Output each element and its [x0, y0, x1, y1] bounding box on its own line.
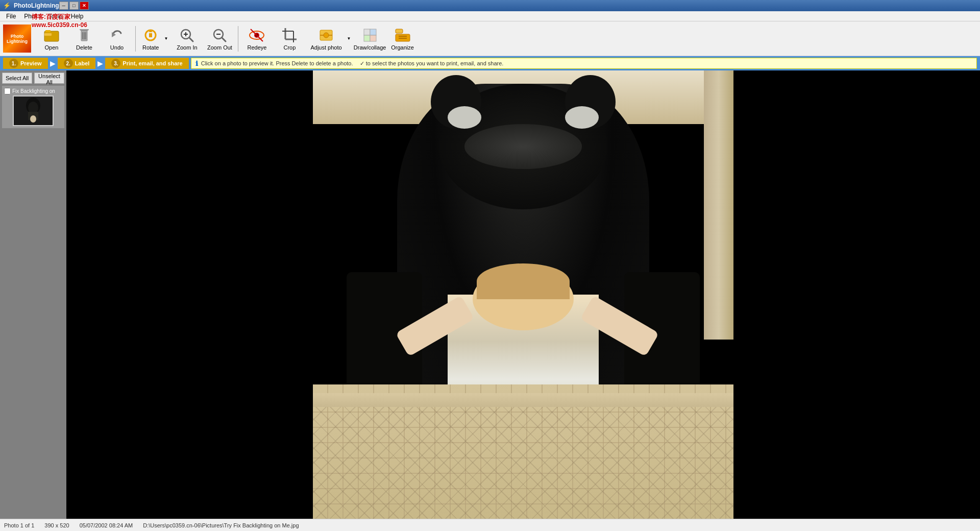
adjust-label: Adjust photo: [310, 44, 341, 51]
organize-icon: [395, 27, 411, 43]
menu-help[interactable]: Help: [67, 12, 88, 21]
steps-bar: 1. Preview ▶ 2. Label ▶ 3. Print, email,…: [0, 56, 980, 70]
svg-rect-36: [396, 29, 403, 33]
zoom-out-button[interactable]: Zoom Out: [204, 24, 235, 54]
floor-diamond: [313, 407, 733, 519]
organize-button[interactable]: Organize: [387, 24, 418, 54]
svg-rect-34: [370, 35, 376, 41]
svg-line-17: [222, 38, 226, 41]
zoom-out-label: Zoom Out: [207, 44, 232, 51]
zoom-out-icon: [211, 27, 228, 43]
adjust-icon: [318, 27, 334, 43]
step2-label: Label: [75, 60, 90, 66]
thumbnail-label-row: Fix Backlighting on: [4, 88, 62, 94]
sep2: [238, 26, 238, 52]
svg-line-13: [189, 38, 193, 41]
svg-rect-33: [364, 35, 370, 41]
delete-button[interactable]: Delete: [69, 24, 100, 54]
bear-eye-left: [448, 106, 481, 129]
menu-tools[interactable]: Tools: [44, 12, 67, 21]
black-right: [733, 70, 980, 519]
left-panel: Select All Unselect All Fix Backlighting…: [0, 70, 66, 519]
crop-label: Crop: [284, 44, 296, 51]
delete-icon: [76, 27, 92, 43]
svg-rect-35: [396, 34, 410, 41]
step3-button[interactable]: 3. Print, email, and share: [105, 58, 188, 69]
open-label: Open: [45, 44, 59, 51]
child-hair: [477, 263, 569, 299]
app-logo: PhotoLightning: [3, 25, 31, 53]
title-bar-controls: ─ □ ✕: [59, 2, 89, 10]
adjust-dropdown[interactable]: ▼: [346, 24, 353, 54]
photo-count: Photo 1 of 1: [4, 522, 34, 528]
zoom-in-icon: [179, 27, 195, 43]
toolbar: PhotoLightning Open Delete: [0, 21, 980, 56]
thumbnail-image[interactable]: [13, 95, 54, 126]
svg-rect-31: [364, 29, 370, 35]
zoom-in-button[interactable]: Zoom In: [172, 24, 202, 54]
thumbnail-item: Fix Backlighting on: [2, 86, 64, 128]
draw-label: Draw/collage: [354, 44, 386, 51]
crop-button[interactable]: Crop: [274, 24, 305, 54]
menu-file[interactable]: File: [2, 12, 20, 21]
rotate-split: Rotate ▼: [139, 24, 169, 54]
step3-number: 3.: [111, 59, 120, 68]
black-left: [66, 70, 313, 519]
thumbnail-label: Fix Backlighting on: [12, 88, 55, 94]
open-icon: [43, 27, 60, 43]
info-icon: ℹ: [195, 60, 198, 67]
step1-button[interactable]: 1. Preview: [3, 58, 48, 69]
undo-button[interactable]: Undo: [102, 24, 132, 54]
menu-photo[interactable]: Photo: [20, 12, 44, 21]
step1-label: Preview: [20, 60, 42, 66]
dimensions: 390 x 520: [44, 522, 69, 528]
rotate-dropdown[interactable]: ▼: [162, 24, 169, 54]
svg-rect-2: [45, 30, 51, 32]
close-button[interactable]: ✕: [80, 2, 89, 10]
svg-rect-8: [80, 29, 89, 30]
delete-label: Delete: [76, 44, 92, 51]
unselect-all-button[interactable]: Unselect All: [34, 73, 64, 84]
undo-icon: [109, 27, 125, 43]
step-arrow1: ▶: [50, 59, 56, 67]
baseboard: [313, 393, 733, 406]
zoom-in-label: Zoom In: [177, 44, 197, 51]
content: Select All Unselect All Fix Backlighting…: [0, 70, 980, 519]
rotate-button[interactable]: Rotate: [139, 24, 162, 54]
svg-rect-11: [149, 33, 152, 37]
svg-rect-1: [44, 33, 52, 36]
thumbnail-preview: [14, 96, 53, 125]
menu-bar: File Photo Tools Help: [0, 11, 980, 21]
info-text: Click on a photo to preview it. Press De…: [201, 60, 504, 67]
title-bar-title: PhotoLightning: [14, 2, 59, 9]
title-bar-icon: ⚡: [3, 2, 11, 9]
redeye-button[interactable]: Redeye: [241, 24, 272, 54]
adjust-button[interactable]: Adjust photo: [307, 24, 345, 54]
select-all-button[interactable]: Select All: [2, 73, 32, 84]
step-arrow2: ▶: [97, 59, 103, 67]
organize-label: Organize: [391, 44, 414, 51]
select-buttons: Select All Unselect All: [2, 73, 64, 84]
minimize-button[interactable]: ─: [59, 2, 68, 10]
draw-button[interactable]: Draw/collage: [355, 24, 385, 54]
bear-muzzle: [464, 124, 582, 169]
main-preview[interactable]: [66, 70, 980, 519]
status-bar: Photo 1 of 1 390 x 520 05/07/2002 08:24 …: [0, 519, 980, 531]
redeye-label: Redeye: [247, 44, 266, 51]
adjust-split: Adjust photo ▼: [307, 24, 352, 54]
open-button[interactable]: Open: [36, 24, 67, 54]
thumbnail-checkbox[interactable]: [4, 88, 11, 94]
right-wall: [704, 70, 733, 340]
photo-area: [313, 70, 733, 519]
restore-button[interactable]: □: [69, 2, 79, 10]
rotate-icon: [142, 27, 159, 43]
sep1: [135, 26, 136, 52]
redeye-icon: [249, 27, 265, 43]
svg-rect-0: [44, 31, 59, 41]
info-box: ℹ Click on a photo to preview it. Press …: [191, 58, 977, 69]
svg-point-28: [324, 33, 329, 38]
step2-button[interactable]: 2. Label: [58, 58, 96, 69]
svg-point-43: [30, 115, 36, 123]
bear-eye-right: [565, 106, 599, 129]
rotate-label: Rotate: [142, 44, 159, 51]
